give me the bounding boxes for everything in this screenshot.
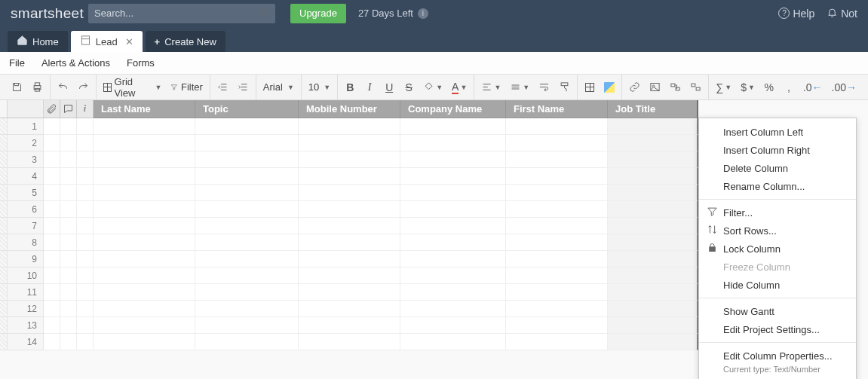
comment-cell[interactable] [60, 151, 77, 168]
ctx-insert-right[interactable]: Insert Column Right [699, 141, 856, 159]
row-number[interactable]: 6 [8, 201, 44, 218]
info-cell[interactable] [77, 317, 94, 334]
menu-file[interactable]: File [9, 57, 25, 69]
row-number[interactable]: 5 [8, 185, 44, 201]
cell[interactable] [94, 118, 195, 135]
info-cell[interactable] [77, 151, 94, 168]
font-size-select[interactable]: 10▼ [306, 78, 333, 96]
font-family-select[interactable]: Arial▼ [261, 78, 296, 96]
info-cell[interactable] [77, 218, 94, 234]
info-cell[interactable] [77, 185, 94, 201]
cell[interactable] [195, 168, 299, 185]
cell[interactable] [400, 301, 506, 317]
row-handle[interactable] [0, 267, 8, 284]
info-cell[interactable] [77, 334, 94, 350]
attachment-cell[interactable] [44, 151, 60, 168]
row-number[interactable]: 2 [8, 135, 44, 151]
cell[interactable] [299, 317, 400, 334]
cell[interactable] [299, 284, 400, 301]
cell[interactable] [94, 218, 195, 234]
cell[interactable] [299, 201, 400, 218]
info-col-header[interactable]: i [77, 100, 94, 118]
cell[interactable] [400, 284, 506, 301]
cell[interactable] [608, 267, 698, 284]
view-switch[interactable]: Grid View▼ [101, 78, 164, 96]
cell[interactable] [195, 201, 299, 218]
sum-button[interactable]: ∑▼ [713, 78, 734, 96]
bold-button[interactable]: B [342, 78, 357, 96]
save-icon[interactable] [9, 78, 25, 96]
row-number[interactable]: 8 [8, 234, 44, 251]
cell[interactable] [608, 251, 698, 267]
info-cell[interactable] [77, 135, 94, 151]
cell[interactable] [299, 118, 400, 135]
search-box[interactable] [88, 4, 275, 23]
attachment-cell[interactable] [44, 218, 60, 234]
info-cell[interactable] [77, 284, 94, 301]
cell[interactable] [400, 118, 506, 135]
cell[interactable] [299, 168, 400, 185]
cell[interactable] [299, 185, 400, 201]
row-number[interactable]: 3 [8, 151, 44, 168]
cell[interactable] [94, 317, 195, 334]
notifications-link[interactable]: Not [827, 7, 857, 20]
font-color-button[interactable]: A▼ [449, 78, 469, 96]
wrap-text-button[interactable] [536, 78, 552, 96]
ctx-rename[interactable]: Rename Column... [699, 177, 856, 195]
cell[interactable] [400, 267, 506, 284]
row-handle[interactable] [0, 118, 8, 135]
cell[interactable] [400, 185, 506, 201]
italic-button[interactable]: I [362, 78, 377, 96]
row-handle[interactable] [0, 168, 8, 185]
row-handle[interactable] [0, 185, 8, 201]
cell[interactable] [400, 135, 506, 151]
cell[interactable] [506, 185, 608, 201]
row-handle[interactable] [0, 151, 8, 168]
attachment-cell[interactable] [44, 168, 60, 185]
row-handle[interactable] [0, 301, 8, 317]
cell[interactable] [195, 151, 299, 168]
increase-decimal-button[interactable]: .00→ [830, 78, 859, 96]
info-cell[interactable] [77, 234, 94, 251]
cell[interactable] [299, 135, 400, 151]
align-v-button[interactable]: ▼ [508, 78, 532, 96]
row-number[interactable]: 11 [8, 284, 44, 301]
print-icon[interactable] [29, 78, 45, 96]
attachment-cell[interactable] [44, 284, 60, 301]
cell[interactable] [506, 334, 608, 350]
cell[interactable] [506, 234, 608, 251]
help-link[interactable]: ? Help [778, 8, 814, 20]
row-number[interactable]: 9 [8, 251, 44, 267]
info-cell[interactable] [77, 251, 94, 267]
cell[interactable] [400, 317, 506, 334]
cell[interactable] [195, 317, 299, 334]
attachment-cell[interactable] [44, 118, 60, 135]
cell[interactable] [94, 201, 195, 218]
comment-cell[interactable] [60, 118, 77, 135]
lock-button[interactable] [688, 78, 704, 96]
cell[interactable] [608, 118, 698, 135]
tab-lead[interactable]: Lead ✕ [71, 31, 143, 52]
cell[interactable] [299, 251, 400, 267]
attachment-cell[interactable] [44, 301, 60, 317]
row-handle[interactable] [0, 218, 8, 234]
cell[interactable] [299, 267, 400, 284]
cell[interactable] [94, 135, 195, 151]
cell[interactable] [608, 317, 698, 334]
column-header[interactable]: Mobile Number [299, 100, 400, 118]
row-handle[interactable] [0, 334, 8, 350]
cell[interactable] [400, 251, 506, 267]
row-number[interactable]: 7 [8, 218, 44, 234]
cell[interactable] [506, 301, 608, 317]
cell[interactable] [608, 234, 698, 251]
ctx-gantt[interactable]: Show Gantt [699, 302, 856, 320]
redo-icon[interactable] [75, 78, 91, 96]
attachment-cell[interactable] [44, 135, 60, 151]
ctx-delete[interactable]: Delete Column [699, 159, 856, 177]
undo-icon[interactable] [55, 78, 71, 96]
search-input[interactable] [94, 8, 258, 19]
row-handle[interactable] [0, 251, 8, 267]
cell[interactable] [195, 267, 299, 284]
cell[interactable] [506, 218, 608, 234]
row-handle[interactable] [0, 135, 8, 151]
